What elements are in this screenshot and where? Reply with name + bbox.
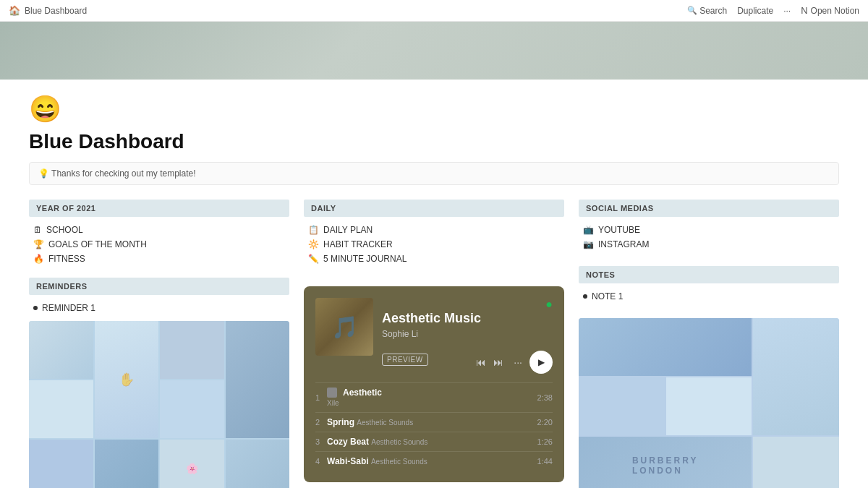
more-button[interactable]: ··· (783, 6, 791, 16)
app-icon: 🏠 (9, 5, 20, 16)
spotify-info: ● Aesthetic Music Sophie Li PREVIEW ⏮ ⏭ … (382, 298, 553, 374)
fitness-icon: 🔥 (33, 254, 44, 264)
habit-icon: 🔆 (308, 239, 319, 249)
track-4[interactable]: 4 Wabi-Sabi Aesthetic Sounds 1:44 (315, 451, 553, 471)
reminders-header: REMINDERS (29, 278, 289, 295)
journal-icon: ✏️ (308, 254, 319, 264)
school-item[interactable]: 🗓 SCHOOL (29, 223, 289, 237)
header-banner (0, 22, 868, 80)
bullet-icon (33, 306, 38, 310)
notes-cell-3 (579, 377, 665, 435)
prev-track-button[interactable]: ⏮ (476, 356, 486, 368)
track-icon-1 (327, 388, 337, 398)
notes-section: NOTES NOTE 1 (579, 266, 839, 304)
track-details-1: Aesthetic Xile (327, 388, 537, 408)
track-3[interactable]: 3 Cozy Beat Aesthetic Sounds 1:26 (315, 432, 553, 451)
daily-section: DAILY 📋 DAILY PLAN 🔆 HABIT TRACKER ✏️ 5 … (304, 200, 564, 266)
track-details-4: Wabi-Sabi Aesthetic Sounds (327, 456, 537, 466)
daily-plan-icon: 📋 (308, 225, 319, 235)
topbar-right: 🔍 Search Duplicate ··· N Open Notion (687, 5, 859, 16)
track-details-3: Cozy Beat Aesthetic Sounds (327, 437, 537, 447)
youtube-icon: 📺 (583, 225, 594, 235)
spotify-logo: ● (545, 298, 553, 311)
mosaic-cell-10 (226, 440, 290, 488)
spotify-widget: 🎵 ● Aesthetic Music Sophie Li PREVIEW ⏮ (304, 286, 564, 482)
track-2[interactable]: 2 Spring Aesthetic Sounds 2:20 (315, 412, 553, 432)
mosaic-cell-6 (160, 380, 224, 438)
mosaic-cell-5 (29, 380, 93, 438)
mosaic-cell-1 (29, 321, 93, 379)
main-grid: YEAR OF 2021 🗓 SCHOOL 🏆 GOALS OF THE MON… (29, 200, 839, 488)
year-items: 🗓 SCHOOL 🏆 GOALS OF THE MONTH 🔥 FITNESS (29, 223, 289, 266)
spotify-preview-btn[interactable]: PREVIEW (382, 354, 428, 366)
social-section: SOCIAL MEDIAS 📺 YOUTUBE 📷 INSTAGRAM (579, 200, 839, 252)
notes-cell-2 (753, 318, 839, 435)
instagram-icon: 📷 (583, 239, 594, 249)
info-box: 💡 Thanks for checking out my template! (29, 162, 839, 185)
notes-cell-1 (579, 318, 752, 376)
search-icon: 🔍 (687, 6, 697, 15)
mosaic-cell-8: pretty boy (95, 440, 159, 488)
notion-icon: N (801, 5, 807, 16)
school-icon: 🗓 (33, 225, 42, 235)
more-options-button[interactable]: ··· (514, 356, 522, 368)
year-section-header: YEAR OF 2021 (29, 200, 289, 217)
page-content: 😄 Blue Dashboard 💡 Thanks for checking o… (0, 80, 868, 488)
notes-moodboard: BURBERRYLONDON 📷 (579, 318, 839, 488)
page-emoji: 😄 (29, 94, 839, 124)
open-notion-button[interactable]: N Open Notion (801, 5, 859, 16)
mosaic-cell-2: ✋ (95, 321, 159, 438)
track-num-3: 3 (315, 437, 327, 446)
spotify-title: Aesthetic Music (382, 311, 553, 326)
journal-item[interactable]: ✏️ 5 MINUTE JOURNAL (304, 252, 564, 266)
track-num-4: 4 (315, 457, 327, 466)
social-section-header: SOCIAL MEDIAS (579, 200, 839, 217)
notes-cell-6 (753, 437, 839, 488)
play-button[interactable]: ▶ (529, 351, 553, 374)
page-title: Blue Dashboard (29, 130, 839, 153)
fitness-item[interactable]: 🔥 FITNESS (29, 252, 289, 266)
mosaic-cell-4 (226, 321, 290, 438)
track-num-2: 2 (315, 418, 327, 427)
spotify-artist: Sophie Li (382, 329, 553, 339)
note-bullet-icon (583, 294, 587, 299)
duplicate-button[interactable]: Duplicate (737, 6, 773, 16)
instagram-item[interactable]: 📷 INSTAGRAM (579, 237, 839, 252)
page-breadcrumb: Blue Dashboard (25, 6, 87, 16)
right-column: SOCIAL MEDIAS 📺 YOUTUBE 📷 INSTAGRAM NOTE… (579, 200, 839, 488)
track-list: 1 Aesthetic Xile 2:38 2 (315, 382, 553, 471)
habit-tracker-item[interactable]: 🔆 HABIT TRACKER (304, 237, 564, 252)
spotify-album-art: 🎵 (315, 298, 373, 356)
track-num-1: 1 (315, 393, 327, 402)
reminders-section: REMINDERS REMINDER 1 (29, 278, 289, 315)
track-1[interactable]: 1 Aesthetic Xile 2:38 (315, 382, 553, 412)
topbar: 🏠 Blue Dashboard 🔍 Search Duplicate ··· … (0, 0, 868, 22)
spotify-controls: ⏮ ⏭ ··· ▶ (476, 351, 553, 374)
mosaic-cell-7 (29, 440, 93, 488)
center-column: DAILY 📋 DAILY PLAN 🔆 HABIT TRACKER ✏️ 5 … (304, 200, 564, 488)
notes-cell-4 (666, 377, 752, 435)
notes-section-header: NOTES (579, 266, 839, 283)
spotify-top: 🎵 ● Aesthetic Music Sophie Li PREVIEW ⏮ (315, 298, 553, 374)
topbar-left: 🏠 Blue Dashboard (9, 5, 87, 16)
notes-cell-5: BURBERRYLONDON (579, 437, 752, 488)
mosaic-cell-9: 🌸 (160, 440, 224, 488)
track-details-2: Spring Aesthetic Sounds (327, 417, 537, 427)
next-track-button[interactable]: ⏭ (493, 356, 503, 368)
goals-icon: 🏆 (33, 239, 44, 249)
youtube-item[interactable]: 📺 YOUTUBE (579, 223, 839, 237)
daily-plan-item[interactable]: 📋 DAILY PLAN (304, 223, 564, 237)
left-column: YEAR OF 2021 🗓 SCHOOL 🏆 GOALS OF THE MON… (29, 200, 289, 488)
moodboard-image: ✋ pretty boy 🌸 (29, 321, 289, 488)
year-section: YEAR OF 2021 🗓 SCHOOL 🏆 GOALS OF THE MON… (29, 200, 289, 266)
reminder-1[interactable]: REMINDER 1 (29, 301, 289, 315)
note-1[interactable]: NOTE 1 (579, 289, 839, 304)
daily-section-header: DAILY (304, 200, 564, 217)
goals-item[interactable]: 🏆 GOALS OF THE MONTH (29, 237, 289, 252)
mosaic-cell-3 (160, 321, 224, 379)
info-text: 💡 Thanks for checking out my template! (38, 168, 196, 179)
search-button[interactable]: 🔍 Search (687, 6, 727, 16)
